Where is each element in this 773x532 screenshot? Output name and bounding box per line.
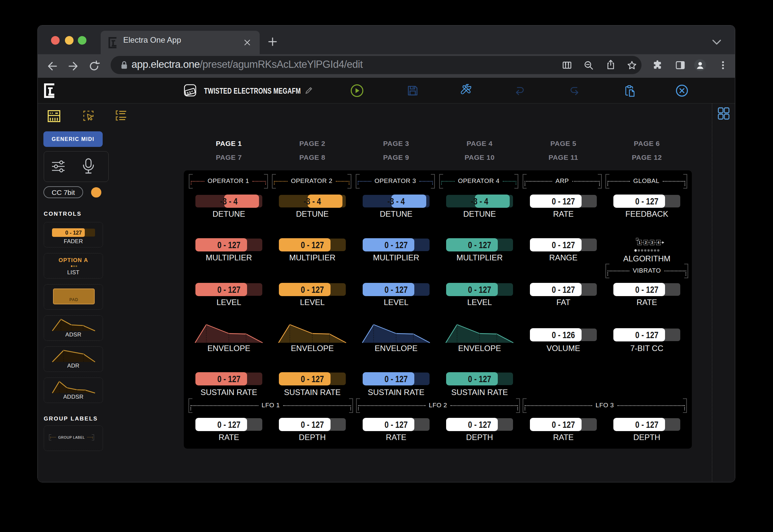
svg-text:1: 1 bbox=[639, 241, 641, 244]
svg-text:3: 3 bbox=[651, 241, 653, 244]
svg-text:2: 2 bbox=[645, 241, 647, 244]
svg-text:4: 4 bbox=[658, 241, 660, 244]
